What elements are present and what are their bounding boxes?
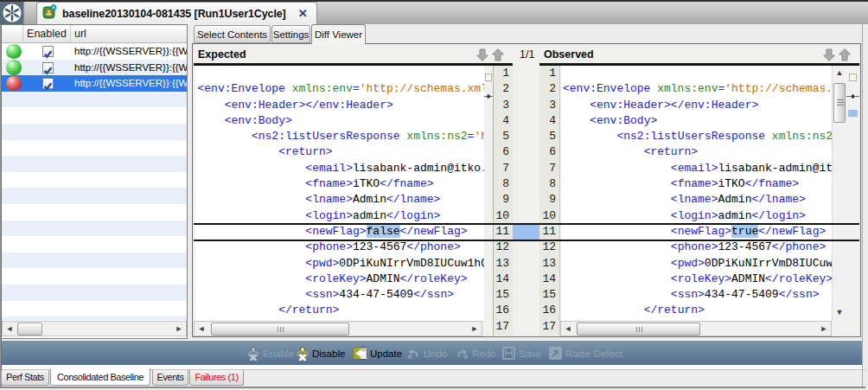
code-line: </return> <box>198 303 485 318</box>
status-column-header[interactable] <box>2 25 23 43</box>
line-number: 2 <box>539 81 559 97</box>
document-tab-label: baseline20130104-081435 [Run1User1Cycle] <box>62 8 286 20</box>
empty-table-row[interactable] <box>2 268 187 285</box>
scroll-left-icon[interactable]: ◄ <box>3 322 16 336</box>
scroll-right-icon[interactable]: ► <box>817 322 831 336</box>
enabled-checkbox[interactable] <box>42 46 54 57</box>
scroll-right-icon[interactable]: ► <box>172 322 186 336</box>
scrollbar-thumb[interactable] <box>833 83 846 123</box>
bottom-tab-failures-1-[interactable]: Failures (1) <box>189 370 244 386</box>
document-tab[interactable]: baseline20130104-081435 [Run1User1Cycle]… <box>36 2 317 24</box>
code-line: <env:Header></env:Header> <box>198 98 485 113</box>
save-icon <box>501 346 516 361</box>
scroll-left-icon[interactable]: ◄ <box>561 322 575 336</box>
enable-icon <box>246 346 260 361</box>
empty-table-row[interactable] <box>2 172 187 189</box>
bottom-tab-events[interactable]: Events <box>152 370 188 386</box>
table-header-row: Enabled url <box>2 25 187 43</box>
empty-table-row[interactable] <box>2 204 187 221</box>
code-line: <newFlag>true</newFlag> <box>563 224 832 240</box>
tab-diff-viewer[interactable]: Diff Viewer <box>311 24 366 44</box>
enabled-checkbox[interactable] <box>42 62 54 74</box>
empty-table-row[interactable] <box>2 221 187 237</box>
disable-button[interactable]: Disable <box>296 341 345 366</box>
save-button[interactable]: Save <box>501 341 541 366</box>
green-status-icon <box>6 44 22 60</box>
observed-horizontal-scrollbar[interactable]: ◄ ► <box>560 321 832 336</box>
scrollbar-grip <box>837 99 844 107</box>
redo-button[interactable]: Redo <box>455 341 496 366</box>
enabled-checkbox[interactable] <box>42 78 54 89</box>
empty-table-row[interactable] <box>2 301 187 317</box>
bottom-tab-consolidated-baseline[interactable]: Consolidated Baseline <box>50 368 150 386</box>
expected-horizontal-scrollbar[interactable]: ◄ ► <box>194 321 482 336</box>
code-line: <phone>123-4567</phone> <box>563 240 832 255</box>
line-number: 7 <box>539 161 559 176</box>
expected-code-area[interactable]: <env:Envelope xmlns:env='http://schemas.… <box>195 66 484 321</box>
line-number: 3 <box>539 98 559 113</box>
code-line: <lname>Admin</lname> <box>563 192 832 208</box>
line-number: 5 <box>494 129 513 144</box>
line-number: 10 <box>539 208 559 224</box>
raise-defect-button[interactable]: Raise Defect <box>548 341 622 366</box>
code-line: <env:Header></env:Header> <box>563 98 832 113</box>
empty-table-row[interactable] <box>2 92 187 108</box>
line-number: 9 <box>539 192 559 208</box>
url-column-header[interactable]: url <box>71 25 187 43</box>
scrollbar-grip <box>278 327 284 332</box>
empty-table-row[interactable] <box>2 188 187 204</box>
code-line: <fname>iTKO</fname> <box>198 176 485 192</box>
table-horizontal-scrollbar[interactable]: ◄ ► <box>2 321 187 336</box>
red-status-icon <box>6 76 22 92</box>
scroll-right-icon[interactable]: ► <box>468 322 482 336</box>
window-right-border <box>862 24 863 387</box>
table-row[interactable]: http://{{WSSERVER}}:{{WSPORT}} <box>2 60 187 76</box>
empty-table-row[interactable] <box>2 107 187 124</box>
observed-vertical-scrollbar[interactable]: ▲ ▼ <box>832 66 846 321</box>
close-tab-icon[interactable]: ✕ <box>298 7 308 20</box>
empty-table-row[interactable] <box>2 156 187 172</box>
tab-settings[interactable]: Settings <box>271 25 310 43</box>
diff-location-marker[interactable] <box>848 110 858 117</box>
table-row[interactable]: http://{{WSSERVER}}:{{WSPORT}} <box>2 75 187 92</box>
line-number: 17 <box>539 319 559 335</box>
lisa-flower-icon <box>0 2 24 24</box>
code-line: <newFlag>false</newFlag> <box>198 224 485 240</box>
empty-table-row[interactable] <box>2 140 187 157</box>
url-cell: http://{{WSSERVER}}:{{WSPORT}} <box>74 60 187 76</box>
scrollbar-thumb[interactable] <box>211 323 349 336</box>
empty-table-row[interactable] <box>2 124 187 140</box>
line-number: 12 <box>494 240 513 255</box>
undo-button[interactable]: Undo <box>406 341 448 366</box>
line-number: 5 <box>539 129 559 144</box>
table-row[interactable]: http://{{WSSERVER}}:{{WSPORT}} <box>2 43 187 60</box>
app-logo <box>0 2 24 24</box>
empty-table-row[interactable] <box>2 285 187 301</box>
expected-overview-ruler[interactable] <box>484 66 493 336</box>
line-number: 3 <box>494 98 513 113</box>
tab-select-contents[interactable]: Select Contents <box>194 25 271 43</box>
scrollbar-thumb[interactable] <box>577 323 700 336</box>
line-number: 14 <box>494 272 513 287</box>
bottom-tab-perf-stats[interactable]: Perf Stats <box>1 370 49 386</box>
scroll-up-icon[interactable]: ▲ <box>833 66 846 79</box>
empty-table-row[interactable] <box>2 253 187 269</box>
line-number: 6 <box>494 144 513 160</box>
code-line: <fname>iTKO</fname> <box>563 176 832 192</box>
scroll-down-icon[interactable]: ▼ <box>833 305 846 318</box>
observed-overview-ruler[interactable] <box>846 66 859 336</box>
observed-pane-title: Observed <box>544 48 594 61</box>
enabled-column-header[interactable]: Enabled <box>23 25 71 43</box>
enable-button[interactable]: Enable <box>246 341 294 366</box>
observed-code-area[interactable]: <env:Envelope xmlns:env='http://schemas.… <box>561 66 832 321</box>
line-number: 8 <box>494 176 513 192</box>
line-number: 15 <box>539 287 559 303</box>
ruler-box-icon <box>485 74 493 81</box>
empty-table-row[interactable] <box>2 316 187 320</box>
scrollbar-thumb[interactable] <box>17 323 42 336</box>
empty-table-row[interactable] <box>2 236 187 253</box>
scroll-left-icon[interactable]: ◄ <box>195 322 208 336</box>
update-button[interactable]: Update <box>353 341 402 366</box>
window-bottom-border <box>0 387 865 388</box>
line-number: 4 <box>494 113 513 129</box>
